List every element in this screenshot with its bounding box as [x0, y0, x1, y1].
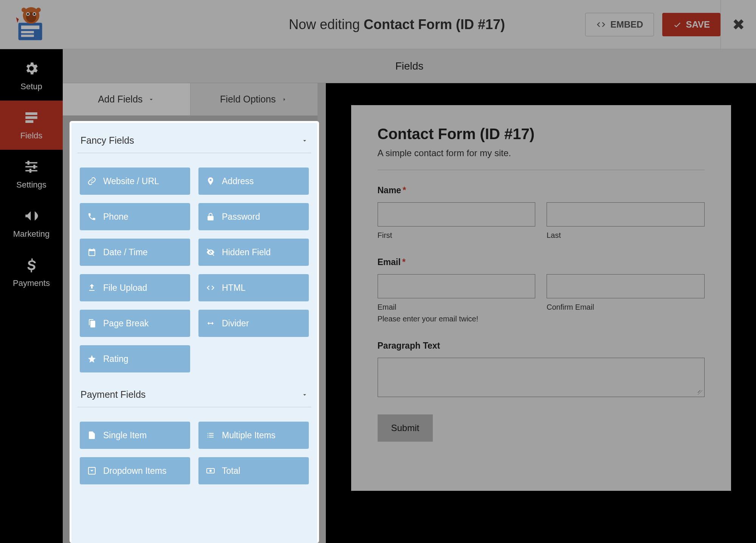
sidebar-item-label: Payments — [13, 278, 50, 288]
tab-add-fields[interactable]: Add Fields — [63, 83, 190, 115]
topbar: Now editing Contact Form (ID #17) EMBED … — [0, 0, 756, 49]
field-label-paragraph: Paragraph Text — [378, 341, 705, 351]
check-icon — [673, 20, 682, 29]
field-label-email: Email* — [378, 257, 705, 267]
chevron-down-icon — [148, 96, 155, 103]
close-icon: ✖ — [732, 16, 745, 33]
svg-point-11 — [36, 8, 41, 12]
form-icon — [23, 110, 39, 127]
field-rating[interactable]: Rating — [80, 345, 190, 372]
section-title: Fancy Fields — [81, 135, 134, 146]
confirm-email-input[interactable] — [547, 274, 705, 298]
fancy-fields-grid: Website / URL Address Phone Password — [77, 153, 311, 381]
chevron-down-icon — [301, 137, 308, 144]
field-label: Hidden Field — [222, 247, 271, 258]
add-fields-panel: Fancy Fields Website / URL Address Phone — [70, 121, 319, 543]
field-group-name: Name* First Last — [378, 185, 705, 240]
field-group-paragraph: Paragraph Text — [378, 341, 705, 397]
svg-rect-2 — [21, 31, 34, 33]
section-fancy-fields[interactable]: Fancy Fields — [77, 130, 311, 153]
field-label: Phone — [103, 212, 129, 222]
field-website-url[interactable]: Website / URL — [80, 168, 190, 195]
lock-icon — [206, 212, 215, 221]
link-icon — [87, 177, 96, 186]
field-label: Website / URL — [103, 176, 159, 186]
phone-icon — [87, 212, 96, 221]
field-label: Date / Time — [103, 247, 148, 258]
code-icon — [206, 283, 215, 292]
field-total[interactable]: Total — [198, 457, 309, 484]
first-name-sublabel: First — [378, 231, 536, 240]
paragraph-textarea[interactable] — [378, 358, 705, 397]
save-button[interactable]: SAVE — [662, 13, 720, 36]
section-payment-fields[interactable]: Payment Fields — [77, 384, 311, 407]
close-button[interactable]: ✖ — [720, 0, 756, 49]
form-desc: A simple contact form for my site. — [378, 148, 705, 158]
arrows-h-icon — [206, 319, 215, 328]
embed-label: EMBED — [610, 19, 643, 30]
field-multiple-items[interactable]: Multiple Items — [198, 422, 309, 449]
gear-icon — [23, 61, 39, 78]
field-html[interactable]: HTML — [198, 274, 309, 301]
title-form-name: Contact Form (ID #17) — [364, 17, 505, 32]
topbar-actions: EMBED SAVE — [585, 13, 720, 36]
subheader: Fields — [63, 49, 756, 83]
svg-rect-20 — [29, 169, 31, 173]
submit-button[interactable]: Submit — [378, 414, 433, 442]
calendar-icon — [87, 248, 96, 257]
svg-point-24 — [209, 470, 212, 472]
sidebar-item-settings[interactable]: Settings — [0, 150, 63, 199]
svg-point-9 — [33, 13, 35, 15]
subheader-label: Fields — [395, 60, 424, 72]
email-sublabel: Email — [378, 303, 536, 312]
svg-rect-13 — [25, 116, 37, 119]
sidebar-item-payments[interactable]: Payments — [0, 248, 63, 297]
svg-point-10 — [22, 8, 26, 12]
field-label: Page Break — [103, 318, 149, 329]
content: Fields Add Fields Field Options ▴ ▾ — [63, 49, 756, 543]
field-date-time[interactable]: Date / Time — [80, 239, 190, 266]
sidebar-item-label: Settings — [16, 180, 46, 190]
field-dropdown-items[interactable]: Dropdown Items — [80, 457, 190, 484]
copy-icon — [87, 319, 96, 328]
last-name-input[interactable] — [547, 202, 705, 227]
field-page-break[interactable]: Page Break — [80, 310, 190, 337]
field-phone[interactable]: Phone — [80, 203, 190, 230]
field-password[interactable]: Password — [198, 203, 309, 230]
first-name-input[interactable] — [378, 202, 536, 227]
email-input[interactable] — [378, 274, 536, 298]
field-single-item[interactable]: Single Item — [80, 422, 190, 449]
field-label: Address — [222, 176, 254, 186]
field-address[interactable]: Address — [198, 168, 309, 195]
form-title: Contact Form (ID #17) — [378, 126, 705, 143]
tabs-row: Add Fields Field Options — [63, 83, 318, 116]
form-preview: Contact Form (ID #17) A simple contact f… — [351, 105, 731, 491]
field-group-email: Email* Email Confirm Email Please enter … — [378, 257, 705, 323]
sidebar-item-label: Setup — [20, 82, 42, 92]
field-file-upload[interactable]: File Upload — [80, 274, 190, 301]
sliders-icon — [23, 159, 39, 176]
sidebar-item-marketing[interactable]: Marketing — [0, 199, 63, 248]
tab-label: Add Fields — [98, 94, 143, 105]
field-label: File Upload — [103, 283, 147, 293]
embed-button[interactable]: EMBED — [585, 13, 654, 36]
sidebar-item-fields[interactable]: Fields — [0, 101, 63, 150]
last-name-sublabel: Last — [547, 231, 705, 240]
panels: Add Fields Field Options ▴ ▾ Fancy Field… — [63, 83, 756, 543]
chevron-down-icon — [301, 391, 308, 398]
confirm-email-sublabel: Confirm Email — [547, 303, 705, 312]
field-hidden[interactable]: Hidden Field — [198, 239, 309, 266]
sidebar-item-setup[interactable]: Setup — [0, 51, 63, 101]
field-label: Multiple Items — [222, 430, 276, 441]
email-help-text: Please enter your email twice! — [378, 315, 705, 323]
field-label: Password — [222, 212, 260, 222]
field-label: Total — [222, 466, 240, 476]
sidebar-item-label: Marketing — [13, 229, 50, 239]
field-divider[interactable]: Divider — [198, 310, 309, 337]
resize-handle-icon[interactable] — [698, 390, 703, 396]
pin-icon — [206, 177, 215, 186]
title-prefix: Now editing — [289, 17, 364, 32]
submit-label: Submit — [391, 423, 420, 433]
svg-point-7 — [27, 13, 29, 15]
tab-field-options[interactable]: Field Options — [190, 83, 318, 115]
